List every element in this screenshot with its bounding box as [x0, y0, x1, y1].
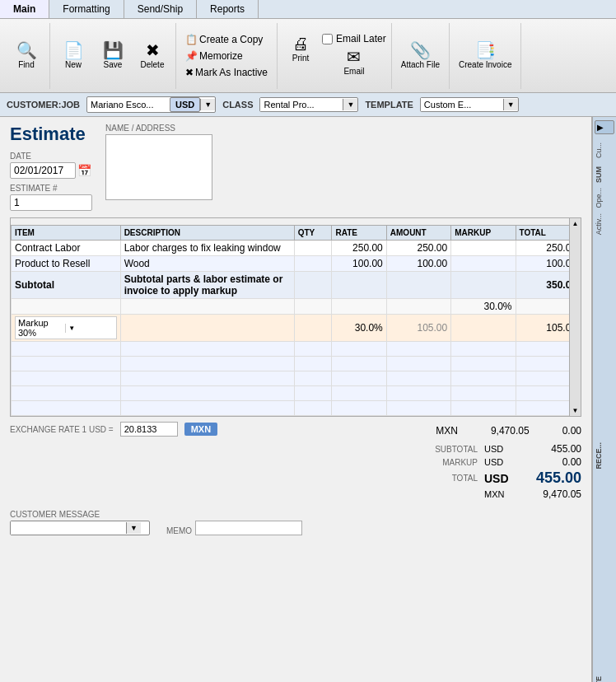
empty5-qty[interactable]	[294, 401, 332, 416]
row3-rate[interactable]	[332, 272, 386, 299]
row1-item[interactable]: Contract Labor	[12, 241, 121, 256]
empty2-markup[interactable]	[451, 357, 516, 371]
row3-markup[interactable]	[451, 272, 516, 299]
empty5-rate[interactable]	[332, 401, 386, 416]
row3-amount[interactable]	[386, 272, 450, 299]
row4-markup[interactable]: 30.0%	[451, 299, 516, 315]
name-address-box[interactable]	[105, 134, 212, 200]
memorize-button[interactable]: 📌 Memorize	[181, 48, 272, 64]
row4-rate[interactable]	[332, 299, 386, 315]
row1-desc[interactable]: Labor charges to fix leaking window	[120, 241, 294, 256]
empty-rate[interactable]	[332, 342, 386, 357]
row2-qty[interactable]	[294, 256, 332, 272]
empty3-desc[interactable]	[120, 371, 294, 386]
empty5-item[interactable]	[12, 401, 121, 416]
empty-amount[interactable]	[386, 342, 450, 357]
empty2-item[interactable]	[12, 357, 121, 371]
empty2-rate[interactable]	[332, 357, 386, 371]
find-button[interactable]: 🔍 Find	[8, 40, 44, 72]
customer-message-combo[interactable]: ▼	[10, 521, 150, 535]
markup-dropdown-arrow[interactable]: ▼	[65, 324, 115, 333]
email-later-check[interactable]: Email Later	[322, 33, 386, 44]
tab-reports[interactable]: Reports	[197, 0, 259, 18]
row2-rate[interactable]: 100.00	[332, 256, 386, 272]
empty-markup[interactable]	[451, 342, 516, 357]
new-button[interactable]: 📄 New	[55, 40, 91, 72]
row5-desc[interactable]	[120, 315, 294, 342]
sidebar-arrow-button[interactable]: ▶	[595, 120, 614, 134]
empty2-desc[interactable]	[120, 357, 294, 371]
empty3-amount[interactable]	[386, 371, 450, 386]
row1-amount[interactable]: 250.00	[386, 241, 450, 256]
email-button[interactable]: ✉ Email	[322, 46, 386, 78]
memo-input[interactable]	[195, 521, 302, 535]
create-copy-button[interactable]: 📋 Create a Copy	[181, 31, 272, 48]
exchange-input[interactable]	[120, 422, 178, 437]
customer-message-input[interactable]	[11, 521, 126, 535]
customer-job-input[interactable]	[87, 98, 170, 111]
class-combo[interactable]: ▼	[259, 97, 358, 112]
row4-amount[interactable]	[386, 299, 450, 315]
empty2-qty[interactable]	[294, 357, 332, 371]
empty2-amount[interactable]	[386, 357, 450, 371]
empty3-markup[interactable]	[451, 371, 516, 386]
row2-amount[interactable]: 100.00	[386, 256, 450, 272]
save-button[interactable]: 💾 Save	[95, 40, 131, 72]
print-button[interactable]: 🖨 Print	[282, 33, 319, 65]
calendar-icon[interactable]: 📅	[77, 164, 91, 177]
row5-qty[interactable]	[294, 315, 332, 342]
row4-desc[interactable]	[120, 299, 294, 315]
estimate-num-input[interactable]	[10, 194, 92, 211]
table-scrollbar[interactable]: ▲ ▼	[569, 218, 581, 416]
row5-amount[interactable]: 105.00	[386, 315, 450, 342]
class-input[interactable]	[260, 98, 343, 111]
empty4-item[interactable]	[12, 386, 121, 401]
tab-formatting[interactable]: Formatting	[49, 0, 124, 18]
row4-item[interactable]	[12, 299, 121, 315]
template-combo[interactable]: ▼	[420, 97, 519, 112]
row1-qty[interactable]	[294, 241, 332, 256]
row3-qty[interactable]	[294, 272, 332, 299]
empty4-rate[interactable]	[332, 386, 386, 401]
row4-qty[interactable]	[294, 299, 332, 315]
row5-markup[interactable]	[451, 315, 516, 342]
row3-item[interactable]: Subtotal	[12, 272, 121, 299]
mark-inactive-button[interactable]: ✖ Mark As Inactive	[181, 64, 272, 81]
empty5-amount[interactable]	[386, 401, 450, 416]
tab-main[interactable]: Main	[0, 0, 49, 18]
row2-markup[interactable]	[451, 256, 516, 272]
empty5-markup[interactable]	[451, 401, 516, 416]
empty-qty[interactable]	[294, 342, 332, 357]
row5-item[interactable]: Markup 30% ▼	[12, 315, 121, 342]
template-dropdown-arrow[interactable]: ▼	[503, 99, 518, 110]
row2-desc[interactable]: Wood	[120, 256, 294, 272]
empty4-desc[interactable]	[120, 386, 294, 401]
empty4-markup[interactable]	[451, 386, 516, 401]
empty3-rate[interactable]	[332, 371, 386, 386]
tab-send-ship[interactable]: Send/Ship	[124, 0, 197, 18]
scroll-up-icon[interactable]: ▲	[572, 220, 579, 227]
row3-desc[interactable]: Subtotal parts & labor estimate or invoi…	[120, 272, 294, 299]
empty-desc[interactable]	[120, 342, 294, 357]
empty4-qty[interactable]	[294, 386, 332, 401]
empty-item[interactable]	[12, 342, 121, 357]
date-input[interactable]	[10, 162, 76, 179]
markup-item-dropdown[interactable]: Markup 30% ▼	[15, 316, 117, 339]
customer-message-arrow[interactable]: ▼	[126, 522, 141, 534]
row2-item[interactable]: Product to Resell	[12, 256, 121, 272]
email-later-checkbox[interactable]	[322, 34, 333, 44]
attach-button[interactable]: 📎 Attach File	[397, 40, 444, 72]
row5-rate[interactable]: 30.0%	[332, 315, 386, 342]
empty5-desc[interactable]	[120, 401, 294, 416]
row1-rate[interactable]: 250.00	[332, 241, 386, 256]
row1-markup[interactable]	[451, 241, 516, 256]
empty3-qty[interactable]	[294, 371, 332, 386]
customer-dropdown-arrow[interactable]: ▼	[200, 99, 215, 110]
scroll-down-icon[interactable]: ▼	[572, 407, 579, 414]
empty4-amount[interactable]	[386, 386, 450, 401]
empty3-item[interactable]	[12, 371, 121, 386]
delete-button[interactable]: ✖ Delete	[134, 40, 170, 72]
class-dropdown-arrow[interactable]: ▼	[343, 99, 357, 110]
template-input[interactable]	[421, 98, 503, 111]
customer-job-combo[interactable]: USD ▼	[86, 96, 216, 113]
